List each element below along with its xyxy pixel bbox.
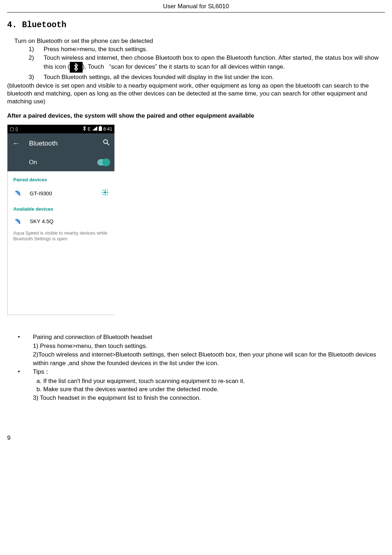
section-title: 4. Bluetooth [7,20,385,30]
sim-icon: ▯ [15,126,18,132]
phone-icon [13,218,22,225]
bullet-pairing: Pairing and connection of Bluetooth head… [18,333,385,342]
back-icon[interactable]: ← [13,139,20,147]
page-header: User Manual for SL6010 [7,0,385,13]
appbar-title: Bluetooth [29,139,58,147]
status-bar: ▢ ▯ E 8:41 [8,125,114,133]
svg-rect-8 [107,192,108,193]
step-text: Press home>menu, the touch settings. [44,46,148,53]
svg-rect-9 [103,190,104,191]
svg-point-2 [104,140,108,144]
available-header: Available devices [8,201,114,215]
bluetooth-status-icon [83,126,86,132]
pairing-step-3: 3) Touch headset in the equipment list t… [33,394,385,402]
visibility-note: Aqua Speed is visible to nearby devices … [8,227,114,245]
bullet-list: Tips： [18,368,385,376]
bluetooth-toggle-row: On [8,153,114,171]
svg-rect-11 [103,194,104,195]
svg-rect-0 [99,127,102,131]
pairing-step-1: 1) Press home>menu, then touch settings. [33,342,385,350]
phone-icon [13,190,22,196]
step-text-b: ). Touch “scan for devices” the it start… [83,64,285,70]
image-icon: ▢ [10,126,14,132]
available-device-row[interactable]: SKY 4.5Q [8,215,114,227]
step-2: 2) Touch wireless and internet, then cho… [29,54,385,73]
bluetooth-toggle[interactable] [97,159,109,166]
svg-rect-6 [105,194,106,196]
bullet-list: Pairing and connection of Bluetooth head… [18,333,385,342]
steps-list: 1) Press home>menu, the touch settings. … [29,45,385,81]
clock: 8:41 [103,126,112,132]
svg-rect-1 [100,126,101,127]
tip-b: b. Make sure that the devices wanted are… [36,385,385,394]
svg-rect-5 [105,189,106,191]
step-num: 2) [29,54,34,62]
svg-rect-10 [107,190,108,191]
tip-a: a. If the list can't find your equipment… [36,377,385,385]
battery-icon [99,126,102,132]
on-label: On [29,159,37,166]
svg-point-4 [104,191,106,193]
svg-line-3 [107,143,109,145]
app-bar: ← Bluetooth [8,133,114,153]
paired-device-row[interactable]: GT-I9300 [8,186,114,201]
paired-header: Paired devices [8,171,114,186]
svg-rect-12 [107,194,108,195]
phone-screenshot: ▢ ▯ E 8:41 ← Bluetooth [7,124,114,315]
gear-icon[interactable] [102,189,109,198]
bullet-tips: Tips： [18,368,385,376]
search-icon[interactable] [103,139,109,147]
signal-icon [92,126,97,132]
page-number: 9 [7,434,385,442]
step-3: 3) Touch Bluetooth settings, all the dev… [29,73,385,81]
pairing-step-2: 2)Touch wireless and internet>Bluetooth … [33,350,385,368]
step-num: 1) [29,45,34,53]
step-num: 3) [29,73,34,81]
step-text: Touch Bluetooth settings, all the device… [44,74,274,80]
available-device-name: SKY 4.5Q [30,218,53,224]
step-1: 1) Press home>menu, the touch settings. [29,45,385,53]
bluetooth-icon [70,62,83,73]
paired-device-name: GT-I9300 [30,190,52,196]
intro-text: Turn on Bluetooth or set the phone can b… [14,38,385,45]
paren-text: (bluetooth device is set open and visibl… [7,82,385,105]
bold-line: After a paired devices, the system will … [7,112,385,119]
svg-rect-7 [102,192,103,193]
network-label: E [88,126,91,132]
